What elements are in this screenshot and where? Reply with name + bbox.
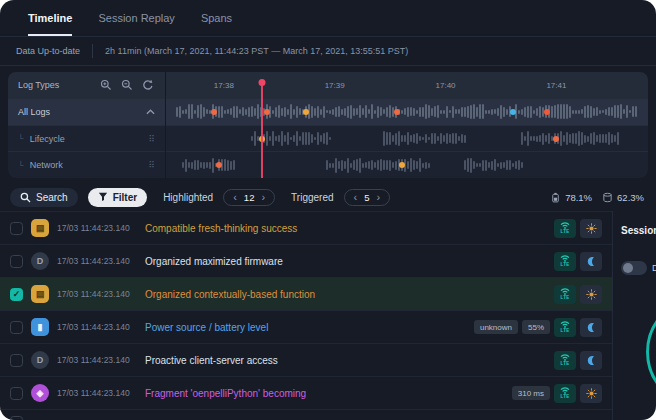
event-marker[interactable]: [216, 162, 222, 168]
log-row[interactable]: D17/03 11:44:23.140Organized maximized f…: [0, 245, 612, 278]
zoom-in-button[interactable]: [99, 78, 113, 92]
day-mode-button[interactable]: [580, 285, 602, 304]
sun-icon: [586, 388, 597, 399]
highlighted-next-button[interactable]: ›: [261, 192, 265, 203]
row-actions: LTE: [554, 351, 602, 370]
filter-button[interactable]: Filter: [88, 188, 147, 207]
event-marker[interactable]: [303, 109, 309, 115]
event-marker[interactable]: [544, 109, 550, 115]
row-checkbox[interactable]: ✓: [10, 288, 23, 301]
night-mode-button[interactable]: [580, 252, 602, 271]
log-source-icon: D: [31, 252, 49, 270]
tree-elbow-icon: └: [18, 134, 24, 143]
lte-signal-button[interactable]: LTE: [554, 252, 576, 271]
log-type-row-all-logs[interactable]: All Logs: [8, 98, 165, 125]
sun-icon: [586, 223, 597, 234]
tab-bar: Timeline Session Replay Spans: [0, 0, 656, 36]
moon-icon: [586, 256, 597, 267]
event-marker[interactable]: [399, 162, 405, 168]
log-list: ▤17/03 11:44:23.140Compatible fresh-thin…: [0, 211, 612, 420]
event-marker[interactable]: [394, 109, 400, 115]
zoom-out-icon: [121, 79, 133, 91]
triggered-prev-button[interactable]: ‹: [354, 192, 358, 203]
lte-signal-button[interactable]: LTE: [554, 285, 576, 304]
moon-icon: [586, 355, 597, 366]
timestamp: 17/03 11:44:23.140: [57, 322, 137, 332]
log-row[interactable]: ▤17/03 11:44:23.140Compatible fresh-thin…: [0, 212, 612, 245]
row-checkbox[interactable]: [10, 255, 23, 268]
divider: [92, 44, 93, 58]
event-marker[interactable]: [211, 109, 217, 115]
night-mode-button[interactable]: [580, 318, 602, 337]
row-checkbox[interactable]: [10, 321, 23, 334]
log-type-row-network[interactable]: └Network⠿: [8, 151, 165, 178]
night-mode-button[interactable]: [580, 351, 602, 370]
battery-value: 78.1%: [565, 192, 592, 203]
value-badge: 310 ms: [512, 386, 550, 400]
highlighted-count: 12: [244, 192, 255, 203]
signal-icon: [559, 254, 571, 262]
storage-icon: [602, 192, 613, 203]
waveform-track-lifecycle[interactable]: [166, 125, 648, 152]
time-ruler: 17:3817:3917:4017:41: [166, 72, 648, 98]
drag-handle[interactable]: ⠿: [148, 160, 155, 170]
tab-session-replay[interactable]: Session Replay: [98, 0, 174, 36]
log-message: Fragment 'oenpelliPython' becoming: [145, 388, 504, 399]
row-actions: LTE: [554, 252, 602, 271]
day-mode-button[interactable]: [580, 384, 602, 403]
row-checkbox[interactable]: [10, 222, 23, 235]
log-row[interactable]: ◈17/03 11:44:23.140Fragment 'oenpelliPyt…: [0, 377, 612, 410]
log-source-icon: ▤: [31, 285, 49, 303]
triggered-next-button[interactable]: ›: [377, 192, 381, 203]
log-row[interactable]: D17/03 11:44:23.140Proactive client-serv…: [0, 344, 612, 377]
tree-elbow-icon: └: [18, 161, 24, 170]
drag-handle[interactable]: ⠿: [148, 134, 155, 144]
event-marker[interactable]: [264, 109, 270, 115]
tab-spans[interactable]: Spans: [201, 0, 232, 36]
time-tick: 17:41: [546, 81, 566, 90]
log-source-icon: ▤: [31, 219, 49, 237]
waveform-track-all-logs[interactable]: [166, 98, 648, 125]
row-actions: 310 msLTE: [512, 384, 602, 403]
search-button[interactable]: Search: [10, 188, 78, 207]
day-mode-button[interactable]: [580, 219, 602, 238]
lte-signal-button[interactable]: LTE: [554, 384, 576, 403]
log-source-icon: ▮: [31, 318, 49, 336]
lte-signal-button[interactable]: LTE: [554, 318, 576, 337]
lte-label: LTE: [560, 263, 569, 268]
status-bar: Data Up-to-date 2h 11min (March 17, 2021…: [0, 36, 656, 66]
playhead-line: [261, 85, 263, 178]
log-type-label: All Logs: [18, 107, 140, 117]
chevron-up-icon[interactable]: [146, 109, 155, 115]
session-toggle[interactable]: [621, 261, 647, 275]
log-type-label: Lifecycle: [30, 134, 143, 144]
log-type-row-lifecycle[interactable]: └Lifecycle⠿: [8, 125, 165, 152]
log-message: Power source / battery level: [145, 322, 466, 333]
lte-signal-button[interactable]: LTE: [554, 351, 576, 370]
time-range-label: 2h 11min (March 17, 2021, 11:44:23 PST —…: [105, 46, 408, 56]
log-row[interactable]: ✓▤17/03 11:44:23.140Organized contextual…: [0, 278, 612, 311]
lte-signal-button[interactable]: LTE: [554, 219, 576, 238]
highlighted-prev-button[interactable]: ‹: [233, 192, 237, 203]
signal-icon: [559, 353, 571, 361]
battery-meter: 78.1%: [550, 192, 592, 203]
log-row[interactable]: [0, 410, 612, 420]
row-actions: LTE: [554, 219, 602, 238]
value-badge: unknown: [474, 320, 518, 334]
battery-icon: [550, 192, 561, 203]
session-donut-chart: [646, 296, 656, 408]
row-checkbox[interactable]: [10, 416, 23, 420]
event-marker[interactable]: [510, 109, 516, 115]
log-message: Proactive client-server access: [145, 355, 546, 366]
event-marker[interactable]: [553, 136, 559, 142]
time-tick: 17:39: [325, 81, 345, 90]
waveform-track-network[interactable]: [166, 151, 648, 178]
timeline-tracks[interactable]: 17:3817:3917:4017:41: [166, 72, 648, 178]
log-row[interactable]: ▮17/03 11:44:23.140Power source / batter…: [0, 311, 612, 344]
row-checkbox[interactable]: [10, 354, 23, 367]
lte-label: LTE: [560, 230, 569, 235]
row-checkbox[interactable]: [10, 387, 23, 400]
refresh-button[interactable]: [141, 78, 155, 92]
tab-timeline[interactable]: Timeline: [28, 0, 72, 36]
zoom-out-button[interactable]: [120, 78, 134, 92]
